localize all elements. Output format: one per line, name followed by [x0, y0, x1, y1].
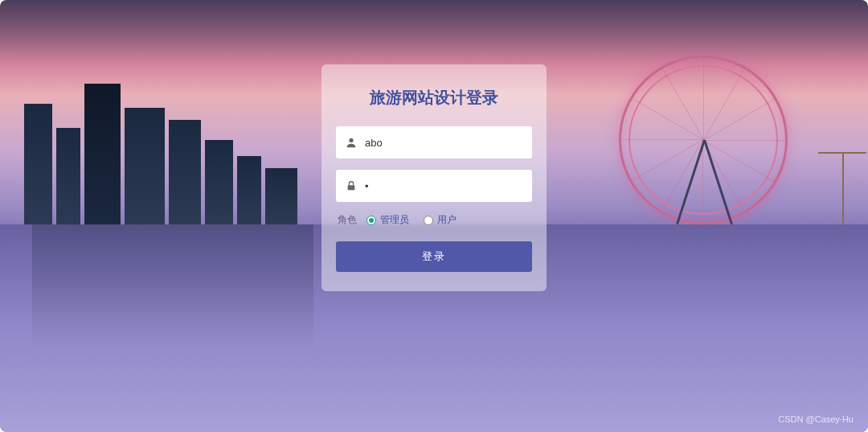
buildings-left — [24, 80, 330, 224]
svg-rect-1 — [348, 185, 355, 190]
password-wrapper[interactable] — [336, 170, 532, 202]
role-row: 角色 管理员 用户 — [338, 213, 532, 227]
watermark: CSDN @Casey·Hu — [778, 414, 854, 424]
ferris-wheel — [619, 56, 788, 224]
role-user-radio[interactable]: 用户 — [424, 213, 457, 227]
username-input[interactable] — [365, 137, 522, 149]
buildings-right — [772, 144, 852, 224]
radio-icon — [424, 216, 433, 225]
lock-icon — [346, 180, 357, 191]
login-title: 旅游网站设计登录 — [336, 87, 532, 109]
user-icon — [346, 137, 357, 148]
radio-icon — [366, 216, 376, 225]
login-button[interactable]: 登录 — [336, 241, 532, 272]
role-admin-label: 管理员 — [380, 213, 409, 227]
svg-point-0 — [349, 138, 353, 142]
role-user-label: 用户 — [437, 213, 457, 227]
role-radio-group: 管理员 用户 — [366, 213, 457, 227]
role-admin-radio[interactable]: 管理员 — [366, 213, 409, 227]
login-card: 旅游网站设计登录 角色 管理员 用户 — [321, 64, 547, 291]
password-input[interactable] — [365, 180, 522, 192]
username-wrapper[interactable] — [336, 126, 532, 158]
role-label: 角色 — [338, 213, 357, 227]
